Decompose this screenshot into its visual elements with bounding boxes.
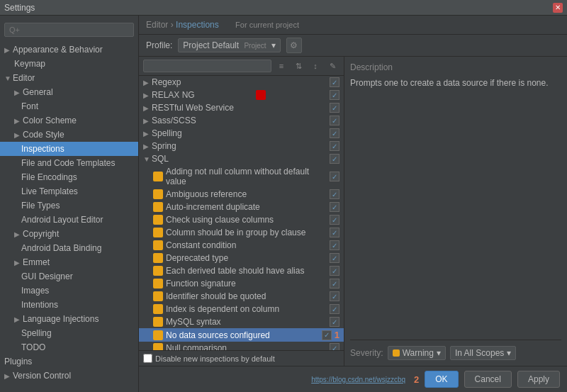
inspection-item[interactable]: Ambiguous reference [139, 188, 344, 201]
inspection-item-no-datasources[interactable]: No data sources configured 1 [139, 328, 344, 342]
group-checkbox[interactable] [330, 154, 339, 164]
badge-1: 1 [335, 330, 339, 340]
sidebar-item-android-data-binding[interactable]: Android Data Binding [0, 241, 138, 255]
item-checkbox[interactable] [330, 172, 339, 181]
inspection-group-sql[interactable]: ▼ SQL [139, 152, 344, 165]
ok-button[interactable]: OK [425, 371, 458, 388]
description-title: Description [350, 62, 561, 72]
sidebar-search-input[interactable] [4, 23, 134, 37]
sidebar-item-file-encodings[interactable]: File Encodings [0, 170, 138, 184]
disable-new-inspections-label[interactable]: Disable new inspections by default [143, 354, 339, 363]
filter-button[interactable]: ≡ [274, 59, 288, 73]
sidebar-item-color-scheme[interactable]: ▶Color Scheme [0, 113, 138, 128]
item-checkbox[interactable] [330, 317, 339, 327]
sidebar-item-appearance[interactable]: ▶Appearance & Behavior [0, 43, 138, 57]
disable-new-inspections-checkbox[interactable] [143, 354, 152, 363]
sidebar-item-gui-designer[interactable]: GUI Designer [0, 269, 138, 284]
group-checkbox[interactable] [330, 77, 339, 87]
inspection-group-spelling[interactable]: ▶ Spelling [139, 127, 344, 140]
profile-label: Profile: [146, 40, 172, 50]
sidebar-item-editor[interactable]: ▼Editor [0, 71, 138, 85]
item-checkbox[interactable] [330, 202, 339, 212]
profile-gear-button[interactable]: ⚙ [286, 38, 302, 53]
severity-dot [393, 349, 400, 357]
sidebar-item-language-injections[interactable]: ▶Language Injections [0, 312, 138, 326]
content-area: Editor › Inspections For current project… [139, 16, 567, 392]
item-checkbox[interactable] [330, 304, 339, 314]
item-checkbox[interactable] [330, 228, 339, 237]
group-checkbox[interactable] [330, 116, 339, 125]
group-checkbox[interactable] [330, 128, 339, 138]
item-checkbox[interactable] [330, 189, 339, 199]
severity-indicator [153, 215, 163, 225]
sidebar-item-font[interactable]: Font [0, 99, 138, 113]
severity-label: Severity: [350, 348, 383, 358]
edit-button[interactable]: ✎ [325, 59, 339, 73]
inspection-group-restful[interactable]: ▶ RESTful Web Service [139, 101, 344, 114]
inspection-item[interactable]: Check using clause columns [139, 213, 344, 226]
inspection-item[interactable]: Identifier should be quoted [139, 290, 344, 303]
inspection-item[interactable]: Each derived table should have alias [139, 264, 344, 277]
sidebar-item-inspections[interactable]: Inspections [0, 142, 138, 156]
severity-indicator [153, 202, 163, 212]
sidebar-item-keymap[interactable]: Keymap [0, 57, 138, 71]
severity-select[interactable]: Warning ▾ [388, 346, 446, 360]
sidebar-item-images[interactable]: Images [0, 284, 138, 298]
sidebar-item-live-templates[interactable]: Live Templates [0, 184, 138, 198]
inspection-group-relax[interactable]: ▶ RELAX NG [139, 89, 344, 101]
inspection-group-sass[interactable]: ▶ Sass/SCSS [139, 114, 344, 127]
sidebar-item-file-code-templates[interactable]: File and Code Templates [0, 156, 138, 170]
sidebar-item-android-layout-editor[interactable]: Android Layout Editor [0, 213, 138, 227]
inspection-group-regexp[interactable]: ▶ Regexp [139, 76, 344, 89]
inspection-item[interactable]: Function signature [139, 277, 344, 290]
item-checkbox[interactable] [330, 253, 339, 263]
inspection-name: Each derived table should have alias [166, 266, 304, 276]
project-label: For current project [235, 21, 299, 29]
item-checkbox[interactable] [330, 240, 339, 250]
group-checkbox[interactable] [330, 141, 339, 151]
sidebar-item-spelling[interactable]: Spelling [0, 326, 138, 340]
item-checkbox[interactable] [330, 215, 339, 225]
profile-select[interactable]: Project Default Project ▾ [178, 38, 281, 52]
inspection-item[interactable]: Adding not null column without default v… [139, 165, 344, 188]
inspection-name: No data sources configured [166, 330, 270, 340]
expand-all-button[interactable]: ⇅ [291, 59, 305, 73]
inspection-item[interactable]: Null comparison [139, 342, 344, 350]
sidebar-item-intentions[interactable]: Intentions [0, 298, 138, 312]
sidebar-item-general[interactable]: ▶General [0, 85, 138, 99]
inspection-group-spring[interactable]: ▶ Spring [139, 140, 344, 152]
sidebar-item-version-control[interactable]: ▶Version Control [0, 369, 138, 383]
inspection-item[interactable]: Index is dependent on column [139, 303, 344, 315]
apply-button[interactable]: Apply [517, 371, 560, 388]
severity-indicator [153, 172, 163, 181]
close-button[interactable]: ✕ [553, 3, 563, 13]
sidebar-item-copyright[interactable]: ▶Copyright [0, 227, 138, 241]
item-checkbox[interactable] [330, 343, 339, 350]
group-checkbox[interactable] [330, 90, 339, 100]
inspection-name: Ambiguous reference [166, 189, 247, 199]
inspection-name: Column should be in group by clause [166, 228, 305, 237]
item-checkbox[interactable] [330, 266, 339, 276]
item-checkbox[interactable] [330, 279, 339, 289]
inspection-item[interactable]: Column should be in group by clause [139, 226, 344, 239]
sidebar-item-file-types[interactable]: File Types [0, 198, 138, 213]
group-label: RESTful Web Service [152, 103, 234, 113]
cancel-button[interactable]: Cancel [464, 371, 512, 388]
sidebar-item-code-style[interactable]: ▶Code Style [0, 128, 138, 142]
item-checkbox[interactable] [322, 330, 332, 340]
sidebar-item-emmet[interactable]: ▶Emmet [0, 255, 138, 269]
inspection-item[interactable]: MySQL syntax [139, 315, 344, 328]
item-checkbox[interactable] [330, 291, 339, 301]
inspection-item[interactable]: Deprecated type [139, 252, 344, 264]
scope-select[interactable]: In All Scopes ▾ [450, 346, 516, 360]
description-panel: Description Prompts one to create a data… [344, 57, 567, 366]
inspections-search-input[interactable] [143, 60, 271, 72]
severity-indicator [153, 253, 163, 263]
collapse-all-button[interactable]: ↕ [308, 59, 322, 73]
inspection-name: Deprecated type [166, 253, 228, 263]
sidebar-item-plugins[interactable]: Plugins [0, 354, 138, 369]
inspection-item[interactable]: Constant condition [139, 239, 344, 252]
group-checkbox[interactable] [330, 103, 339, 113]
inspection-item[interactable]: Auto-increment duplicate [139, 201, 344, 213]
sidebar-item-todo[interactable]: TODO [0, 340, 138, 354]
